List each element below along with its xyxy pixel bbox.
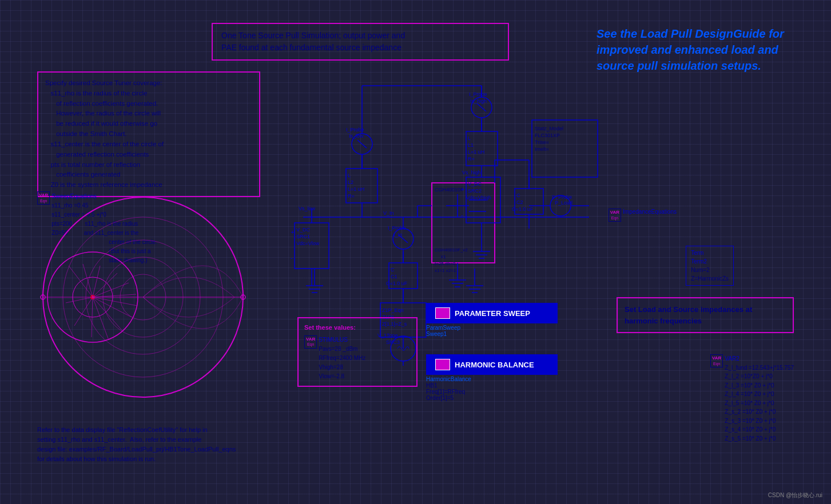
svg-text:P_Load: P_Load [555,200,572,206]
set-load-text: Set Load and Source impedances at harmon… [625,305,752,325]
smith-chart-svg [34,189,252,406]
svg-text:Vdc=Vhigh: Vdc=Vhigh [466,195,491,201]
impedance-eq-var: VAR Eqn ImpedanceEquations [609,209,677,222]
svg-line-106 [477,103,486,111]
svg-text:SRC1: SRC1 [296,234,310,239]
bottom-text: Refer to the data display file "Reflecti… [37,426,236,462]
svg-line-14 [66,297,93,303]
param-sweep-label: PARAMETER SWEEP [455,309,530,318]
title-line1: One Tone Source Pull Simulation; output … [221,31,405,40]
set-values-box: Set these values: VAR Eqn STIMULUS Pavs=… [297,317,418,387]
term-block: Term Term2 Num=2 Z=HarmonicZs [686,246,734,286]
svg-line-13 [69,266,93,297]
svg-text:+: + [461,186,464,193]
svg-text:C=1.0 uF: C=1.0 uF [512,206,534,212]
term-z: Z=HarmonicZs [691,274,729,283]
var-box-stimulus: VAR Eqn [304,335,317,349]
svg-text:SRC2: SRC2 [468,188,482,194]
set-load-box: Set Load and Source impedances at harmon… [617,297,794,333]
svg-text:FLC301XP: FLC301XP [535,133,560,138]
svg-text:+: + [291,229,294,235]
svg-text:R=: R= [468,156,475,162]
svg-text:V_DC: V_DC [296,227,311,233]
svg-text:C: C [391,267,395,273]
svg-text:L=1 uH: L=1 uH [348,186,364,192]
svg-line-15 [74,297,93,326]
param-sweep-sublabel: ParamSweep Sweep1 [426,325,558,337]
var-box-var2: VAR Eqn [710,354,723,367]
svg-text:Imelt=: Imelt= [535,146,549,152]
set-values-header: Set these values: [304,323,411,333]
svg-text:V_In: V_In [383,210,394,216]
var2-block: VAR Eqn VAR2 Z_l_fund =12.543+j*15.757 Z… [710,354,794,443]
svg-text:L=1 uH: L=1 uH [468,149,484,155]
svg-text:C: C [516,193,520,198]
svg-text:CGH40010F: CGH40010F [435,187,464,193]
hb-content: HarmonicBalance HB1 Freq[1]=RFfreq Order… [426,376,558,401]
svg-text:-: - [291,254,293,261]
svg-text:t=25  rth=8: t=25 rth=8 [435,261,456,266]
param-sweep-icon [435,307,450,319]
svg-text:I_Probe: I_Probe [469,91,487,97]
svg-text:X1: X1 [440,254,446,259]
svg-text:Z1P_Eqn: Z1P_Eqn [382,307,404,313]
svg-text:CGH40010F_v2: CGH40010F_v2 [435,247,468,253]
svg-text:Is_high: Is_high [470,98,487,104]
svg-text:L1: L1 [468,142,474,148]
svg-text:x1=1  x2=1: x1=1 x2=1 [435,268,456,273]
svg-text:P_Probe: P_Probe [552,194,572,200]
term2-label: Term2 [691,257,729,266]
svg-text:Vs_low: Vs_low [299,206,316,211]
svg-text:C=1.0 uF: C=1.0 uF [386,281,408,286]
svg-text:Is_low: Is_low [349,133,364,139]
svg-text:Vs_high: Vs_high [462,170,481,175]
term-component: Term Term2 Num=2 Z=HarmonicZs [686,246,734,286]
svg-line-52 [357,140,367,148]
svg-text:Statz_Model: Statz_Model [535,126,563,131]
bottom-left-text: Refer to the data display file "Reflecti… [37,425,340,464]
term-num: Num=2 [691,266,729,274]
harmonic-balance-button[interactable]: HARMONIC BALANCE [426,354,558,375]
left-desc-text: Specify desired Source Tuner coverage: s… [45,78,252,190]
svg-text:R=: R= [348,193,355,199]
svg-line-17 [93,297,109,340]
var2-content: VAR2 Z_l_fund =12.543+j*15.757 Z_l_2 =10… [725,354,794,443]
svg-text:L: L [348,173,351,178]
hb-label: HARMONIC BALANCE [455,361,534,369]
svg-text:Trise=: Trise= [535,139,549,145]
svg-line-23 [93,273,117,297]
svg-text:Vdc=Vlow: Vdc=Vlow [296,241,320,246]
left-description-box: Specify desired Source Tuner coverage: s… [37,71,260,197]
svg-line-25 [83,264,93,297]
svg-text:V_DC: V_DC [468,181,482,187]
param-sweep-button[interactable]: PARAMETER SWEEP [426,303,558,323]
watermark: CSDN @怡步晓心.rui [768,491,822,499]
svg-text:L2: L2 [348,179,353,185]
svg-line-19 [93,297,132,317]
svg-line-24 [93,266,100,297]
svg-text:I_Probe: I_Probe [346,127,364,133]
stimulus-content: STIMULUS Pavs=28 _dBm RFfreq=2400 MHz Vh… [319,335,365,381]
svg-text:C2: C2 [516,199,523,205]
svg-text:-: - [461,211,463,218]
title-line2: PAE found at each fundamental source imp… [221,43,401,52]
smith-chart [34,189,252,406]
main-container: One Tone Source Pull Simulation; output … [0,0,831,504]
hb-icon [435,359,450,370]
param-sweep-box: PARAMETER SWEEP ParamSweep Sweep1 [426,303,558,337]
svg-text:I_In: I_In [393,232,402,238]
var-box-impedance: VAR Eqn [609,209,621,222]
svg-text:L: L [468,135,471,141]
term-label: Term [691,249,729,257]
harmonic-balance-box: HARMONIC BALANCE HarmonicBalance HB1 Fre… [426,354,558,401]
svg-text:C1: C1 [391,274,397,279]
title-box: One Tone Source Pull Simulation; output … [212,23,509,61]
impedance-eq-name: ImpedanceEquations [623,209,677,215]
